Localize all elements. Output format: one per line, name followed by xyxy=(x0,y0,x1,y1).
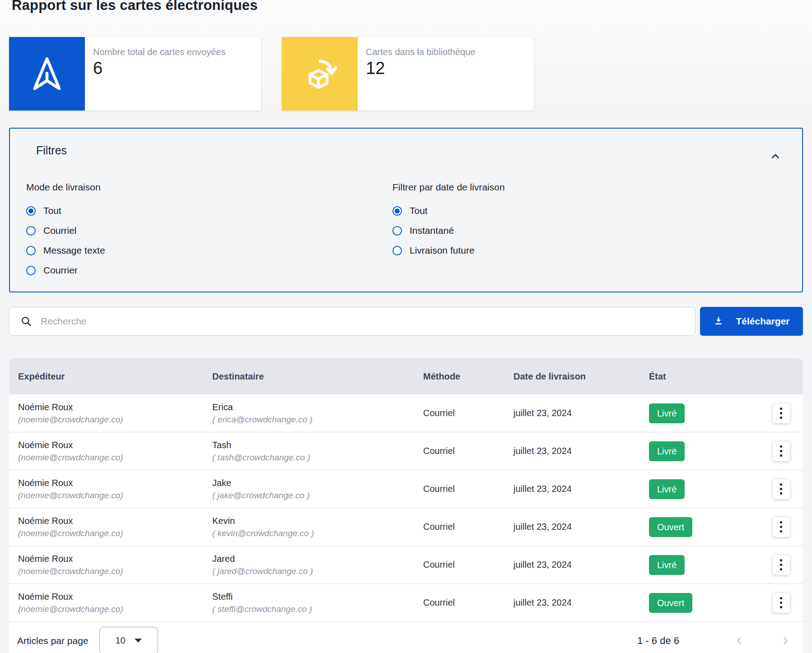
radio-button-icon[interactable] xyxy=(392,206,402,216)
method-cell: Courriel xyxy=(413,522,504,532)
radio-button-icon[interactable] xyxy=(392,226,402,236)
table-row: Noémie Roux (noemie@crowdchange.co) Jake… xyxy=(9,470,803,508)
search-box[interactable] xyxy=(9,307,695,336)
search-row: Télécharger xyxy=(9,307,803,336)
sender-email: (noemie@crowdchange.co) xyxy=(18,453,212,463)
chevron-left-icon xyxy=(733,635,745,647)
sender-email: (noemie@crowdchange.co) xyxy=(18,415,212,425)
radio-option-label: Instantané xyxy=(410,225,454,236)
radio-option[interactable]: Tout xyxy=(26,201,392,221)
items-per-page-label: Articles par page xyxy=(17,635,89,646)
radio-option-label: Courriel xyxy=(43,225,77,236)
kebab-icon xyxy=(780,483,782,495)
filter-group-delivery-date: Filtrer par date de livraison Tout Insta… xyxy=(392,182,505,280)
table-row: Noémie Roux (noemie@crowdchange.co) Stef… xyxy=(9,584,803,622)
row-actions-menu-button[interactable] xyxy=(773,593,790,613)
table-row: Noémie Roux (noemie@crowdchange.co) Eric… xyxy=(9,394,803,432)
column-header-recipient: Destinataire xyxy=(212,371,413,382)
method-cell: Courriel xyxy=(413,408,504,418)
radio-option[interactable]: Message texte xyxy=(26,241,392,260)
radio-button-icon[interactable] xyxy=(392,246,402,255)
stats-row: Nombre total de cartes envoyées 6 Cartes… xyxy=(9,37,803,111)
recipient-name: Erica xyxy=(212,402,413,412)
row-actions-menu-button[interactable] xyxy=(773,403,790,423)
delivery-date-cell: juillet 23, 2024 xyxy=(504,408,639,418)
radio-button-icon[interactable] xyxy=(26,206,36,216)
search-icon xyxy=(20,315,33,328)
sender-email: (noemie@crowdchange.co) xyxy=(18,528,212,538)
stat-label: Cartes dans la bibliothèque xyxy=(366,47,475,57)
kebab-icon xyxy=(780,559,782,570)
stat-value: 6 xyxy=(93,59,226,78)
previous-page-button[interactable] xyxy=(731,632,748,649)
download-button-label: Télécharger xyxy=(736,316,789,327)
ecards-table: Expéditeur Destinataire Méthode Date de … xyxy=(9,358,803,653)
sender-name: Noémie Roux xyxy=(18,478,212,488)
sender-email: (noemie@crowdchange.co) xyxy=(18,604,212,614)
method-cell: Courriel xyxy=(413,597,504,608)
recipient-email: ( erica@crowdchange.co ) xyxy=(212,415,413,425)
delivery-date-cell: juillet 23, 2024 xyxy=(504,560,639,570)
items-per-page-value: 10 xyxy=(115,635,125,646)
card-library-icon xyxy=(282,37,358,111)
radio-button-icon[interactable] xyxy=(26,226,36,236)
caret-down-icon xyxy=(135,639,142,643)
column-header-sender: Expéditeur xyxy=(9,371,212,382)
table-row: Noémie Roux (noemie@crowdchange.co) Tash… xyxy=(9,432,803,470)
radio-button-icon[interactable] xyxy=(26,246,36,255)
status-badge: Ouvert xyxy=(649,517,692,537)
kebab-icon xyxy=(780,597,782,608)
page-title: Rapport sur les cartes électroniques xyxy=(12,0,803,14)
row-actions-menu-button[interactable] xyxy=(773,441,790,461)
table-row: Noémie Roux (noemie@crowdchange.co) Kevi… xyxy=(9,508,803,546)
sender-name: Noémie Roux xyxy=(18,440,212,450)
radio-option-label: Tout xyxy=(410,205,428,216)
collapse-filters-button[interactable] xyxy=(765,146,786,167)
pagination-range: 1 - 6 de 6 xyxy=(637,635,679,647)
search-input[interactable] xyxy=(41,316,695,327)
stat-label: Nombre total de cartes envoyées xyxy=(93,47,226,57)
sender-name: Noémie Roux xyxy=(18,516,212,526)
sender-name: Noémie Roux xyxy=(18,402,212,412)
recipient-name: Steffi xyxy=(212,592,413,602)
radio-option-label: Courrier xyxy=(43,265,78,276)
stat-card-cards-sent: Nombre total de cartes envoyées 6 xyxy=(9,37,261,111)
delivery-date-cell: juillet 23, 2024 xyxy=(504,446,639,456)
status-badge: Ouvert xyxy=(649,593,692,613)
kebab-icon xyxy=(780,445,782,457)
column-header-method: Méthode xyxy=(413,371,504,382)
recipient-email: ( jake@crowdchange.co ) xyxy=(212,491,413,500)
row-actions-menu-button[interactable] xyxy=(773,479,790,499)
chevron-up-icon xyxy=(770,150,781,162)
stat-card-cards-in-library: Cartes dans la bibliothèque 12 xyxy=(282,37,534,111)
table-header-row: Expéditeur Destinataire Méthode Date de … xyxy=(9,358,803,394)
stat-value: 12 xyxy=(366,59,475,78)
radio-option[interactable]: Courrier xyxy=(26,260,392,280)
sender-email: (noemie@crowdchange.co) xyxy=(18,566,212,576)
method-cell: Courriel xyxy=(413,484,504,494)
delivery-date-cell: juillet 23, 2024 xyxy=(504,522,639,532)
column-header-delivery-date: Date de livraison xyxy=(504,371,639,382)
ecard-report-page: Rapport sur les cartes électroniques Nom… xyxy=(0,0,812,653)
radio-option[interactable]: Instantané xyxy=(392,221,505,241)
radio-option[interactable]: Livraison future xyxy=(392,241,505,260)
delivery-date-cell: juillet 23, 2024 xyxy=(504,484,639,494)
next-page-button[interactable] xyxy=(777,632,794,649)
radio-option[interactable]: Courriel xyxy=(26,221,392,241)
row-actions-menu-button[interactable] xyxy=(773,555,790,575)
radio-option-label: Message texte xyxy=(43,245,105,256)
delivery-date-cell: juillet 23, 2024 xyxy=(504,597,639,608)
radio-option[interactable]: Tout xyxy=(392,201,505,221)
filters-title: Filtres xyxy=(36,144,67,157)
status-badge: Livré xyxy=(649,479,685,499)
radio-button-icon[interactable] xyxy=(26,266,36,275)
column-header-status: État xyxy=(639,371,765,382)
table-row: Noémie Roux (noemie@crowdchange.co) Jare… xyxy=(9,546,803,584)
recipient-name: Tash xyxy=(212,440,413,450)
items-per-page-select[interactable]: 10 xyxy=(99,627,158,653)
recipient-email: ( jared@crowdchange.co ) xyxy=(212,566,413,576)
download-button[interactable]: Télécharger xyxy=(700,307,803,336)
row-actions-menu-button[interactable] xyxy=(773,517,790,537)
send-arrow-icon xyxy=(9,37,85,111)
recipient-email: ( steffi@crowdchange.co ) xyxy=(212,604,413,614)
